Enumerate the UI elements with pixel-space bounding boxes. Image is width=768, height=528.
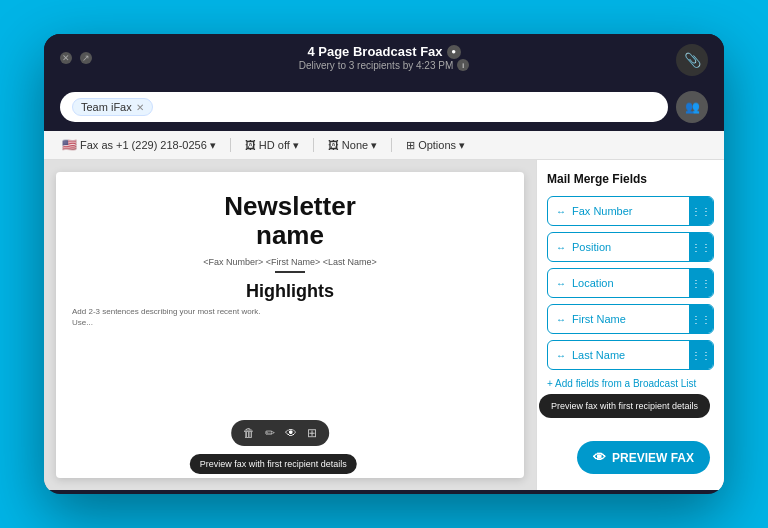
add-fields-link[interactable]: + Add fields from a Broadcast List	[547, 378, 714, 389]
merge-panel: Mail Merge Fields ↔ Fax Number ⋮⋮ ↔ Posi…	[536, 160, 724, 490]
chevron-down-icon: ▾	[210, 139, 216, 152]
doc-fields: <Fax Number> <First Name> <Last Name>	[72, 257, 508, 267]
doc-floating-toolbar: 🗑 ✏ 👁 ⊞	[231, 420, 329, 446]
merge-field-first-name: ↔ First Name ⋮⋮	[547, 304, 714, 334]
hd-selector[interactable]: 🖼 HD off ▾	[239, 137, 305, 154]
fax-as-selector[interactable]: 🇺🇸 Fax as +1 (229) 218-0256 ▾	[56, 136, 222, 154]
merge-field-location-grip[interactable]: ⋮⋮	[689, 269, 713, 297]
merge-field-position-grip[interactable]: ⋮⋮	[689, 233, 713, 261]
fax-title: 4 Page Broadcast Fax ●	[60, 44, 708, 59]
highlights-title: Highlights	[72, 281, 508, 302]
recipient-bar: Team iFax ✕ 👥	[44, 85, 724, 131]
edit-tool-button[interactable]: ✏	[265, 426, 275, 440]
doc-divider	[275, 271, 305, 273]
chevron-down-icon-4: ▾	[459, 139, 465, 152]
merge-field-fax-number-label: ↔ Fax Number	[548, 205, 689, 217]
subtitle-text: Delivery to 3 recipients by 4:23 PM	[299, 60, 454, 71]
doc-tooltip: Preview fax with first recipient details	[190, 454, 357, 474]
info-icon[interactable]: i	[457, 59, 469, 71]
options-label: Options	[418, 139, 456, 151]
recipient-input[interactable]: Team iFax ✕	[60, 92, 668, 122]
app-window: ✕ ↗ 4 Page Broadcast Fax ● Delivery to 3…	[44, 34, 724, 494]
merge-field-first-name-label: ↔ First Name	[548, 313, 689, 325]
preview-fax-button[interactable]: 👁 PREVIEW FAX	[577, 441, 710, 474]
fax-title-text: 4 Page Broadcast Fax	[307, 44, 442, 59]
doc-body-text: Add 2-3 sentences describing your most r…	[72, 306, 508, 328]
merge-field-fax-grip[interactable]: ⋮⋮	[689, 197, 713, 225]
merge-field-position-label: ↔ Position	[548, 241, 689, 253]
preview-fax-label: PREVIEW FAX	[612, 451, 694, 465]
chevron-down-icon-3: ▾	[371, 139, 377, 152]
toolbar: 🇺🇸 Fax as +1 (229) 218-0256 ▾ 🖼 HD off ▾…	[44, 131, 724, 160]
merge-field-fax-number: ↔ Fax Number ⋮⋮	[547, 196, 714, 226]
none-label: None	[342, 139, 368, 151]
merge-icon-fax: ↔	[556, 206, 566, 217]
view-tool-button[interactable]: 👁	[285, 426, 297, 440]
doc-preview: Newsletter name <Fax Number> <First Name…	[44, 160, 536, 490]
panel-title: Mail Merge Fields	[547, 172, 714, 186]
fax-as-label: Fax as	[80, 139, 113, 151]
none-icon: 🖼	[328, 139, 339, 151]
preview-tooltip: Preview fax with first recipient details	[539, 394, 710, 418]
merge-icon-lastname: ↔	[556, 350, 566, 361]
merge-field-last-name-label: ↔ Last Name	[548, 349, 689, 361]
delete-tool-button[interactable]: 🗑	[243, 426, 255, 440]
preview-eye-icon: 👁	[593, 450, 606, 465]
merge-field-location-label: ↔ Location	[548, 277, 689, 289]
newsletter-line1: Newsletter	[224, 191, 356, 221]
tag-close-button[interactable]: ✕	[136, 102, 144, 113]
none-selector[interactable]: 🖼 None ▾	[322, 137, 383, 154]
title-area: 4 Page Broadcast Fax ● Delivery to 3 rec…	[60, 44, 708, 71]
hd-icon: 🖼	[245, 139, 256, 151]
main-area: Newsletter name <Fax Number> <First Name…	[44, 160, 724, 490]
options-selector[interactable]: ⊞ Options ▾	[400, 137, 471, 154]
merge-field-location: ↔ Location ⋮⋮	[547, 268, 714, 298]
merge-field-position: ↔ Position ⋮⋮	[547, 232, 714, 262]
add-fields-label: + Add fields from a Broadcast List	[547, 378, 696, 389]
chevron-down-icon-2: ▾	[293, 139, 299, 152]
title-badge: ●	[447, 45, 461, 59]
merge-field-last-name: ↔ Last Name ⋮⋮	[547, 340, 714, 370]
toolbar-divider-2	[313, 138, 314, 152]
merge-field-last-name-grip[interactable]: ⋮⋮	[689, 341, 713, 369]
merge-icon-position: ↔	[556, 242, 566, 253]
body-line1: Add 2-3 sentences describing your most r…	[72, 306, 508, 317]
contacts-icon: 👥	[685, 100, 700, 114]
body-line2: Use...	[72, 317, 508, 328]
toolbar-divider-1	[230, 138, 231, 152]
newsletter-line2: name	[256, 220, 324, 250]
grid-tool-button[interactable]: ⊞	[307, 426, 317, 440]
team-tag-label: Team iFax	[81, 101, 132, 113]
contacts-button[interactable]: 👥	[676, 91, 708, 123]
top-bar-controls: ✕ ↗ 4 Page Broadcast Fax ● Delivery to 3…	[60, 44, 708, 71]
fax-phone: +1 (229) 218-0256	[116, 139, 207, 151]
attach-button[interactable]: 📎	[676, 44, 708, 76]
flag-icon: 🇺🇸	[62, 138, 77, 152]
merge-icon-firstname: ↔	[556, 314, 566, 325]
grid-icon: ⊞	[406, 139, 415, 152]
fax-subtitle: Delivery to 3 recipients by 4:23 PM i	[60, 59, 708, 71]
team-tag: Team iFax ✕	[72, 98, 153, 116]
top-bar: ✕ ↗ 4 Page Broadcast Fax ● Delivery to 3…	[44, 34, 724, 85]
hd-label: HD off	[259, 139, 290, 151]
merge-field-first-name-grip[interactable]: ⋮⋮	[689, 305, 713, 333]
toolbar-divider-3	[391, 138, 392, 152]
merge-icon-location: ↔	[556, 278, 566, 289]
newsletter-title: Newsletter name	[72, 192, 508, 249]
